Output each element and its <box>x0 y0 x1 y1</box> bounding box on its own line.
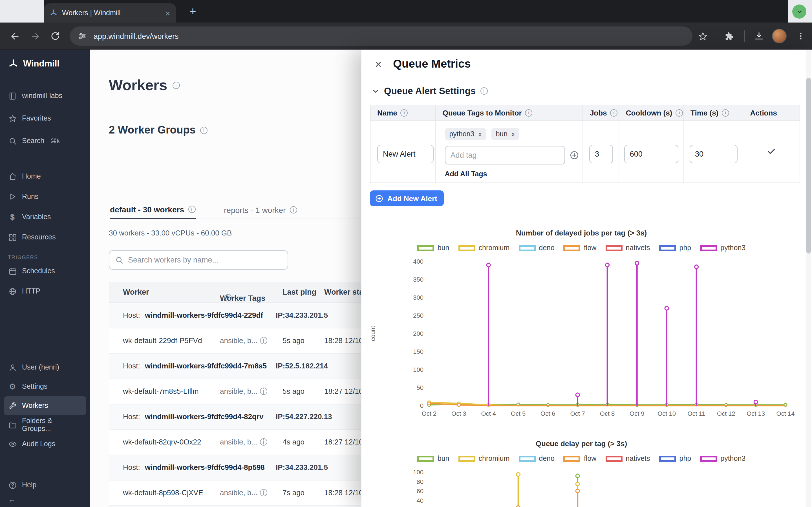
sidebar-item-audit-logs[interactable]: Audit Logs <box>0 434 90 453</box>
tab-close-icon[interactable]: × <box>165 9 170 17</box>
info-icon[interactable] <box>722 109 729 116</box>
boxes-icon <box>8 233 17 241</box>
legend-flow[interactable]: flow <box>564 244 596 252</box>
legend-swatch <box>417 455 434 462</box>
col-name: Name <box>377 108 397 117</box>
workers-label: Workers <box>22 402 48 409</box>
add-new-alert-button[interactable]: Add New Alert <box>370 190 444 206</box>
sidebar-item-resources[interactable]: Resources <box>0 227 90 247</box>
help-label: Help <box>22 481 36 489</box>
profile-avatar[interactable] <box>772 29 786 43</box>
sidebar-item-home[interactable]: Home <box>0 166 90 186</box>
close-icon[interactable]: × <box>369 55 388 73</box>
sidebar-item-workspace[interactable]: windmill-labs <box>0 84 90 107</box>
brand[interactable]: Windmill <box>0 56 67 71</box>
legend-php[interactable]: php <box>659 455 691 462</box>
reload-button[interactable] <box>49 29 62 43</box>
alert-name-input[interactable] <box>377 145 434 163</box>
downloads-icon[interactable] <box>752 29 766 43</box>
cooldown-input[interactable] <box>624 145 678 163</box>
remove-tag-icon[interactable]: x <box>511 130 515 138</box>
sidebar-item-http[interactable]: HTTP <box>0 281 90 301</box>
svg-text:count: count <box>369 326 376 341</box>
sidebar-item-schedules[interactable]: Schedules <box>0 261 90 281</box>
extensions-icon[interactable] <box>722 29 735 43</box>
info-icon[interactable] <box>224 294 232 301</box>
legend-chromium[interactable]: chromium <box>458 244 510 252</box>
legend-bun[interactable]: bun <box>417 455 449 462</box>
collapse-sidebar-icon[interactable]: ← <box>8 495 16 504</box>
info-icon[interactable] <box>675 109 683 116</box>
confirm-alert-button[interactable] <box>744 121 800 182</box>
host-label: Host: <box>123 362 140 370</box>
forward-button[interactable] <box>28 29 42 43</box>
site-settings-icon[interactable] <box>78 32 87 41</box>
info-icon[interactable] <box>260 337 267 344</box>
time-input[interactable] <box>689 145 737 163</box>
search-input[interactable] <box>128 256 282 264</box>
legend-php[interactable]: php <box>659 244 691 252</box>
bookmark-star-icon[interactable] <box>696 29 709 43</box>
add-tag-input[interactable] <box>445 146 565 165</box>
sidebar-item-favorites[interactable]: Favorites <box>0 107 90 129</box>
info-icon[interactable] <box>401 109 408 116</box>
chevron-down-icon[interactable] <box>371 87 379 95</box>
svg-text:Oct 13: Oct 13 <box>747 410 765 417</box>
legend-chromium[interactable]: chromium <box>458 455 510 462</box>
info-icon[interactable] <box>188 206 195 213</box>
sidebar-item-variables[interactable]: $ Variables <box>0 207 90 227</box>
url-text[interactable]: app.windmill.dev/workers <box>94 32 179 40</box>
sidebar-item-search[interactable]: Search ⌘k <box>0 129 90 152</box>
add-tag-plus-icon[interactable] <box>569 151 579 162</box>
tab-search-button[interactable] <box>792 4 806 18</box>
drawer-scrollbar[interactable] <box>806 78 811 253</box>
tab-default-group[interactable]: default - 30 workers <box>110 201 195 219</box>
folders-groups-label: Folders & Groups... <box>22 417 82 433</box>
info-icon[interactable] <box>260 438 267 446</box>
worker-name: wk-default-7m8s5-LIllm <box>123 387 199 395</box>
info-icon[interactable] <box>525 109 532 116</box>
sidebar-item-settings[interactable]: ⚙ Settings <box>0 377 90 396</box>
legend-nativets[interactable]: nativets <box>605 244 650 252</box>
legend-bun[interactable]: bun <box>417 244 449 252</box>
browser-tab[interactable]: Workers | Windmill × <box>44 3 176 22</box>
info-icon[interactable] <box>260 489 267 496</box>
browser-menu-icon[interactable] <box>794 29 808 43</box>
legend-python3[interactable]: python3 <box>700 455 746 462</box>
info-icon[interactable] <box>480 87 488 95</box>
legend-python3[interactable]: python3 <box>700 244 746 252</box>
section-title[interactable]: Queue Alert Settings <box>384 86 476 96</box>
back-button[interactable] <box>8 29 21 43</box>
sidebar-item-user[interactable]: User (henri) <box>0 358 90 377</box>
browser-tab-strip: Workers | Windmill × + <box>0 0 812 22</box>
window-controls-area <box>0 0 44 22</box>
legend-deno[interactable]: deno <box>518 455 555 462</box>
toolbar-divider <box>744 31 745 42</box>
sidebar-item-folders-groups[interactable]: Folders & Groups... <box>0 415 90 434</box>
info-icon[interactable] <box>172 82 180 89</box>
tab-reports-group[interactable]: reports - 1 worker <box>224 201 297 219</box>
checkmark-icon <box>767 147 776 156</box>
worker-tags: ansible, b... <box>220 438 257 446</box>
info-icon[interactable] <box>260 388 267 395</box>
new-tab-button[interactable]: + <box>186 4 200 18</box>
sidebar-item-workers[interactable]: Workers <box>4 396 86 415</box>
info-icon[interactable] <box>610 109 618 116</box>
worker-name: wk-default-8p598-CjXVE <box>123 489 203 497</box>
worker-search[interactable] <box>109 250 288 270</box>
remove-tag-icon[interactable]: x <box>478 130 481 138</box>
add-all-tags-link[interactable]: Add All Tags <box>445 170 487 178</box>
info-icon[interactable] <box>200 126 207 134</box>
worker-last-ping: 5s ago <box>283 336 305 345</box>
brand-label: Windmill <box>23 59 59 69</box>
info-icon[interactable] <box>290 206 297 214</box>
browser-toolbar: app.windmill.dev/workers <box>0 22 812 50</box>
legend-nativets[interactable]: nativets <box>605 455 650 462</box>
address-bar[interactable]: app.windmill.dev/workers <box>70 26 693 46</box>
sidebar-item-runs[interactable]: Runs <box>0 186 90 207</box>
sidebar-item-help[interactable]: Help <box>0 475 90 495</box>
legend-label: chromium <box>479 455 510 462</box>
legend-deno[interactable]: deno <box>518 244 555 252</box>
legend-flow[interactable]: flow <box>564 455 596 462</box>
jobs-input[interactable] <box>589 145 613 163</box>
